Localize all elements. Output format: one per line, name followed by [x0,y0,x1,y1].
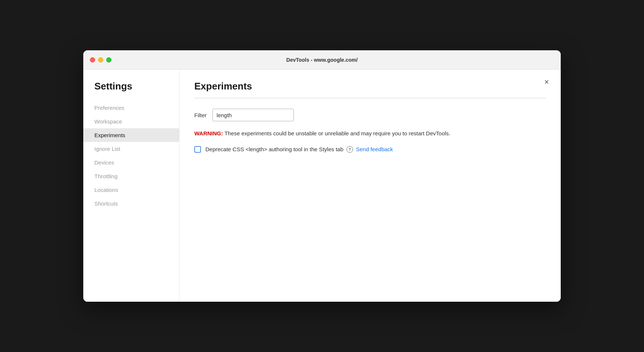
close-traffic-light[interactable] [90,57,95,62]
experiment-row: Deprecate CSS <length> authoring tool in… [194,146,546,153]
sidebar-item-throttling[interactable]: Throttling [83,169,179,183]
sidebar-item-devices[interactable]: Devices [83,156,179,169]
sidebar: Settings Preferences Workspace Experimen… [83,70,180,302]
devtools-window: DevTools - www.google.com/ Settings Pref… [83,50,561,302]
deprecate-css-length-checkbox[interactable] [194,146,201,153]
filter-input[interactable] [212,109,294,121]
send-feedback-link[interactable]: Send feedback [356,146,393,152]
traffic-lights [90,57,111,62]
warning-text: These experiments could be unstable or u… [223,130,450,136]
close-button[interactable]: × [541,77,552,87]
filter-row: Filter [194,109,546,121]
sidebar-item-experiments[interactable]: Experiments [83,128,179,142]
panel-title: Experiments [194,81,546,92]
sidebar-item-preferences[interactable]: Preferences [83,101,179,115]
sidebar-heading: Settings [83,81,179,101]
help-icon[interactable]: ? [346,146,353,153]
warning-prefix: WARNING: [194,130,223,136]
title-divider [194,98,546,98]
sidebar-item-locations[interactable]: Locations [83,183,179,197]
warning-box: WARNING: These experiments could be unst… [194,129,546,138]
sidebar-item-shortcuts[interactable]: Shortcuts [83,197,179,210]
main-panel: × Experiments Filter WARNING: These expe… [180,70,561,302]
maximize-traffic-light[interactable] [106,57,111,62]
titlebar: DevTools - www.google.com/ [83,50,561,70]
sidebar-item-ignore-list[interactable]: Ignore List [83,142,179,156]
content-area: Settings Preferences Workspace Experimen… [83,70,561,302]
sidebar-item-workspace[interactable]: Workspace [83,115,179,128]
experiment-label: Deprecate CSS <length> authoring tool in… [205,146,343,152]
experiment-row-inner: Deprecate CSS <length> authoring tool in… [205,146,393,153]
filter-label: Filter [194,112,207,118]
minimize-traffic-light[interactable] [98,57,103,62]
window-title: DevTools - www.google.com/ [286,57,358,63]
